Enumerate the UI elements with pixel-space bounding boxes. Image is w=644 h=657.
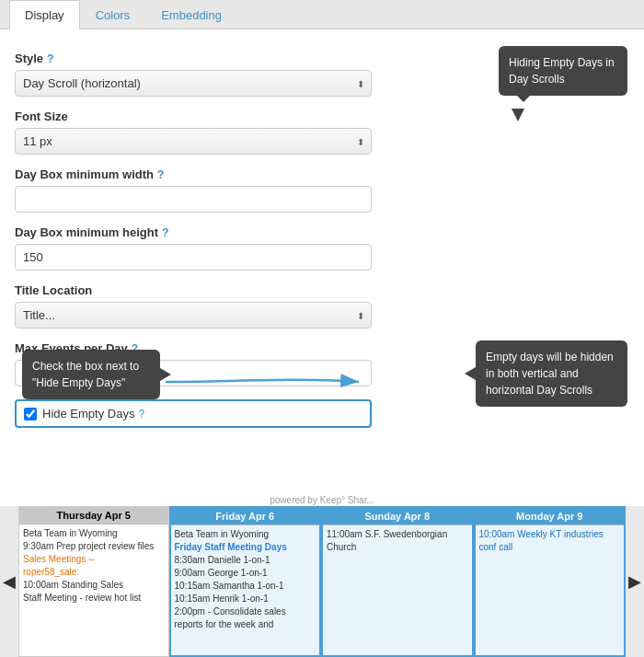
main-container: Display Colors Embedding Style ? Day Scr…: [0, 0, 644, 657]
tooltip-hiding-empty-days: Hiding Empty Days in Day Scrolls: [499, 46, 627, 96]
day-box-height-field-group: Day Box minimum height ?: [15, 225, 372, 271]
font-size-select[interactable]: 11 px 12 px 13 px 14 px: [15, 128, 372, 155]
blue-arrow: [156, 359, 368, 405]
event: 10:15am Samantha 1-on-1: [175, 580, 316, 593]
tab-embedding[interactable]: Embedding: [145, 0, 237, 29]
day-box-width-input[interactable]: [15, 186, 372, 213]
tabs-bar: Display Colors Embedding: [0, 0, 644, 29]
hide-empty-days-help-icon[interactable]: ?: [138, 408, 144, 421]
title-location-label: Title Location: [15, 283, 372, 297]
tooltip-empty-days-text: Empty days will be hidden in both vertic…: [486, 351, 614, 397]
calendar-strip: ◀ Thursday Apr 5 Beta Team in Wyoming 9:…: [0, 506, 644, 657]
cal-nav-right[interactable]: ▶: [626, 506, 644, 657]
tab-colors[interactable]: Colors: [80, 0, 146, 29]
cal-day-thu-body: Beta Team in Wyoming 9:30am Prep project…: [19, 524, 168, 656]
font-size-select-wrapper: 11 px 12 px 13 px 14 px ⬍: [15, 128, 372, 155]
font-size-field-group: Font Size 11 px 12 px 13 px 14 px ⬍: [15, 110, 372, 155]
cal-day-fri-body: Beta Team in Wyoming Friday Staff Meetin…: [171, 525, 320, 655]
style-select-wrapper: Day Scroll (horizontal) Month View Week …: [15, 70, 372, 97]
cal-day-sun-header: Sunday Apr 8: [323, 508, 472, 525]
event: 9:30am Prep project review files: [23, 540, 165, 553]
day-box-width-label-text: Day Box minimum width: [15, 167, 154, 181]
svg-marker-0: [512, 109, 524, 121]
day-box-width-field-group: Day Box minimum width ?: [15, 167, 372, 213]
cal-day-fri: Friday Apr 6 Beta Team in Wyoming Friday…: [169, 506, 322, 657]
style-select[interactable]: Day Scroll (horizontal) Month View Week …: [15, 70, 372, 97]
title-location-select-wrapper: Title... Top Bottom None ⬍: [15, 302, 372, 328]
tooltip-check-box-text: Check the box next to"Hide Empty Days": [32, 360, 139, 389]
event: 11:00am S.F. Swedenborgian Church: [327, 528, 468, 554]
tooltip-empty-days-hidden: Empty days will be hidden in both vertic…: [476, 340, 627, 407]
cal-day-mon: Monday Apr 9 10:00am Weekly KT industrie…: [474, 506, 627, 657]
cal-day-mon-body: 10:00am Weekly KT industries conf call: [476, 525, 625, 655]
cal-days-container: Thursday Apr 5 Beta Team in Wyoming 9:30…: [18, 506, 626, 657]
style-label-text: Style: [15, 52, 43, 65]
tooltip-hiding-empty-text: Hiding Empty Days in Day Scrolls: [509, 56, 615, 86]
event: Friday Staff Meeting Days: [175, 541, 316, 554]
title-location-select[interactable]: Title... Top Bottom None: [15, 302, 372, 328]
font-size-label-text: Font Size: [15, 110, 68, 123]
day-box-width-label: Day Box minimum width ?: [15, 167, 372, 181]
tooltip-check-box: Check the box next to"Hide Empty Days": [22, 350, 160, 399]
style-help-icon[interactable]: ?: [47, 52, 53, 65]
cal-day-thu: Thursday Apr 5 Beta Team in Wyoming 9:30…: [18, 506, 169, 657]
event: Beta Team in Wyoming: [175, 528, 316, 541]
tab-display[interactable]: Display: [9, 0, 80, 29]
title-location-field-group: Title Location Title... Top Bottom None …: [15, 283, 372, 328]
hide-empty-days-checkbox[interactable]: [24, 408, 37, 421]
day-box-height-label: Day Box minimum height ?: [15, 225, 372, 239]
style-field-group: Style ? Day Scroll (horizontal) Month Vi…: [15, 52, 372, 97]
powered-by: powered by Keep° Shar...: [0, 495, 644, 505]
cal-day-sun-body: 11:00am S.F. Swedenborgian Church: [323, 525, 472, 655]
cal-day-mon-header: Monday Apr 9: [476, 508, 625, 525]
day-box-height-input[interactable]: [15, 244, 372, 271]
event: Sales Meetings --roper58_sale:: [23, 553, 165, 579]
event: 10:00am Weekly KT industries conf call: [479, 528, 621, 554]
style-label: Style ?: [15, 52, 372, 65]
hide-empty-days-label-text: Hide Empty Days: [42, 407, 134, 421]
cal-day-sun: Sunday Apr 8 11:00am S.F. Swedenborgian …: [321, 506, 474, 657]
hide-empty-days-label[interactable]: Hide Empty Days ?: [42, 407, 144, 421]
cal-day-thu-header: Thursday Apr 5: [19, 507, 168, 524]
day-box-height-label-text: Day Box minimum height: [15, 225, 158, 239]
event: 8:30am Danielle 1-on-1: [175, 554, 316, 567]
day-box-height-help-icon[interactable]: ?: [162, 226, 168, 239]
event: 10:00am Standing Sales: [23, 579, 165, 592]
event: Staff Meeting - review hot list: [23, 592, 165, 605]
cal-day-fri-header: Friday Apr 6: [171, 508, 320, 525]
event: 2:00pm - Consolidate sales reports for t…: [175, 605, 316, 631]
tooltip-top-right-arrow: [512, 109, 524, 121]
event: 10:15am Henrik 1-on-1: [175, 593, 316, 605]
font-size-label: Font Size: [15, 110, 372, 123]
day-box-width-help-icon[interactable]: ?: [157, 168, 164, 181]
title-location-label-text: Title Location: [15, 283, 92, 297]
event: Beta Team in Wyoming: [23, 527, 165, 540]
event: 9:00am George 1-on-1: [175, 567, 316, 580]
cal-nav-left[interactable]: ◀: [0, 506, 18, 657]
